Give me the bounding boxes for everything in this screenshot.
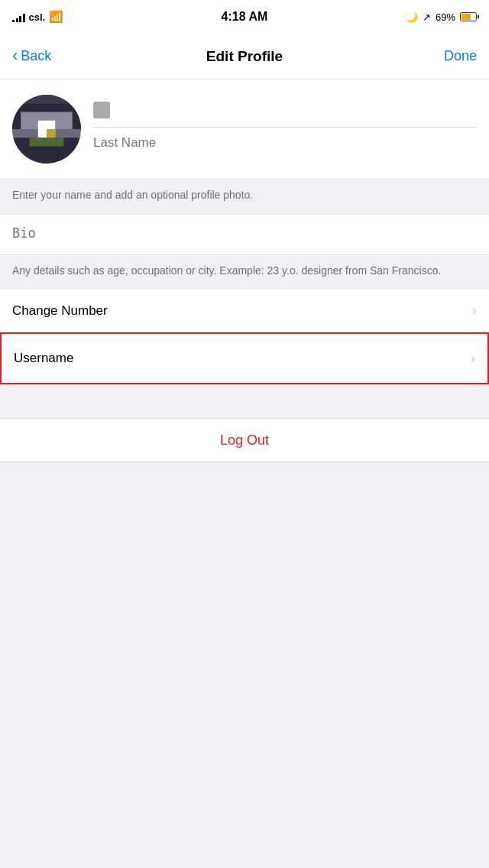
logout-section: Log Out bbox=[0, 418, 489, 462]
bio-input[interactable] bbox=[12, 225, 477, 241]
bio-hint-text: Any details such as age, occupation or c… bbox=[12, 264, 441, 277]
signal-bars-icon bbox=[12, 12, 25, 22]
done-button[interactable]: Done bbox=[416, 48, 477, 64]
status-time: 4:18 AM bbox=[222, 10, 268, 24]
battery-percentage: 69% bbox=[436, 11, 455, 23]
change-number-label: Change Number bbox=[12, 303, 108, 319]
svg-rect-6 bbox=[30, 138, 64, 146]
nav-bar: ‹ Back Edit Profile Done bbox=[0, 34, 489, 79]
bio-hint-section: Any details such as age, occupation or c… bbox=[0, 255, 489, 290]
logout-button[interactable]: Log Out bbox=[0, 419, 489, 462]
svg-rect-1 bbox=[21, 95, 73, 103]
status-right: 🌙 ↗ 69% bbox=[406, 11, 477, 23]
back-chevron-icon: ‹ bbox=[12, 47, 18, 64]
username-item[interactable]: Username › bbox=[0, 332, 489, 384]
status-bar: csl. 📶 4:18 AM 🌙 ↗ 69% bbox=[0, 0, 489, 34]
location-icon: ↗ bbox=[423, 11, 431, 23]
change-number-item[interactable]: Change Number › bbox=[0, 290, 489, 332]
name-hint-text: Enter your name and add an optional prof… bbox=[12, 189, 253, 201]
list-section: Change Number › Username › bbox=[0, 290, 489, 384]
battery-icon bbox=[460, 12, 477, 21]
signal-bar-1 bbox=[12, 20, 15, 22]
battery-fill bbox=[461, 14, 471, 20]
signal-bar-2 bbox=[16, 18, 18, 22]
carrier-label: csl. bbox=[29, 11, 46, 23]
back-label: Back bbox=[21, 48, 51, 64]
first-name-input[interactable] bbox=[118, 101, 477, 119]
status-left: csl. 📶 bbox=[12, 10, 63, 24]
last-name-input[interactable] bbox=[93, 128, 477, 152]
first-name-row bbox=[93, 101, 477, 128]
signal-bar-4 bbox=[23, 14, 25, 22]
name-hint-section: Enter your name and add an optional prof… bbox=[0, 180, 489, 214]
wifi-icon: 📶 bbox=[49, 10, 63, 24]
bio-section bbox=[0, 214, 489, 255]
change-number-chevron-icon: › bbox=[472, 303, 477, 319]
profile-section bbox=[0, 79, 489, 180]
username-chevron-icon: › bbox=[471, 351, 475, 367]
avatar[interactable] bbox=[12, 95, 81, 164]
signal-bar-3 bbox=[19, 16, 21, 22]
svg-rect-7 bbox=[47, 129, 55, 138]
username-right: › bbox=[471, 351, 475, 367]
username-label: Username bbox=[14, 351, 73, 366]
change-number-right: › bbox=[472, 303, 477, 319]
back-button[interactable]: ‹ Back bbox=[12, 48, 73, 64]
bio-input-row bbox=[0, 215, 489, 254]
page-title: Edit Profile bbox=[73, 48, 416, 65]
name-fields bbox=[93, 95, 477, 152]
first-name-icon bbox=[93, 102, 110, 118]
logout-label: Log Out bbox=[220, 432, 269, 449]
moon-icon: 🌙 bbox=[406, 11, 418, 23]
